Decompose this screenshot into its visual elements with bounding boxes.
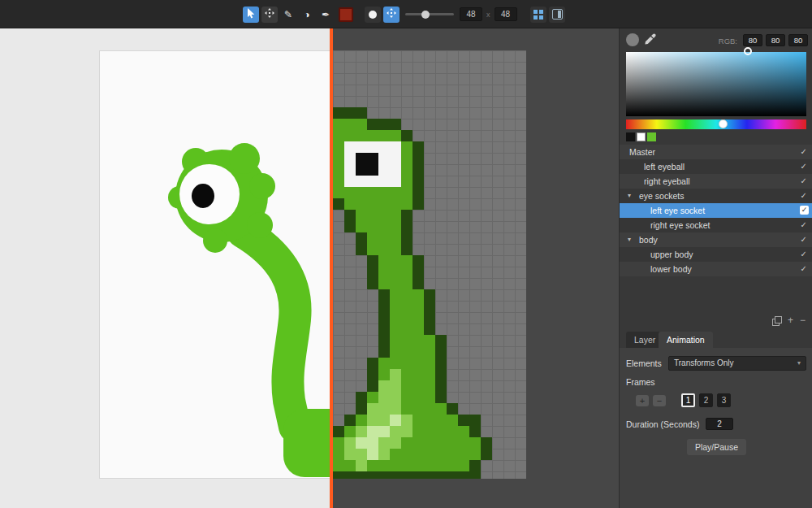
layer-visibility-checkbox[interactable]: ✓ [801,159,807,174]
duration-input[interactable] [706,418,733,430]
frame-button-1[interactable]: 1 [681,393,695,407]
elements-dropdown-value: Transforms Only [674,358,734,367]
panel-view-button[interactable] [549,7,565,23]
layer-row-lower-body[interactable]: lower body✓ [620,262,812,276]
remove-frame-button[interactable]: − [653,395,666,406]
eyedropper-button[interactable] [644,33,657,46]
toolbar: ✎ ◑ ✒ x [0,0,812,28]
creature-illustration [100,51,333,479]
hue-slider[interactable] [626,119,806,129]
add-frame-button[interactable]: + [636,395,649,406]
frame-button-3[interactable]: 3 [717,393,731,407]
layer-label: upper body [650,247,693,262]
layer-row-body[interactable]: ▾body✓ [620,232,812,247]
frame-buttons: 123 [681,393,731,407]
select-tool-button[interactable] [243,7,259,23]
fill-tool-button[interactable]: ◑ [299,7,315,23]
current-color-preview [626,33,639,46]
plus-icon: + [788,315,793,326]
pen-tool-button[interactable]: ✒ [317,7,334,23]
rgb-green-input[interactable] [766,34,785,46]
pencil-tool-button[interactable]: ✎ [280,7,296,23]
minus-icon: − [800,315,806,326]
cursor-icon [247,8,255,21]
palette-swatch-2[interactable] [647,132,656,141]
app-window: ✎ ◑ ✒ x [0,0,812,508]
current-color-swatch[interactable] [339,7,353,22]
play-pause-button[interactable]: Play/Pause [687,439,746,455]
layer-row-left-eyeball[interactable]: left eyeball✓ [620,159,812,174]
remove-layer-button[interactable]: − [800,315,806,326]
duplicate-icon [772,316,781,325]
frame-controls: + − 123 [636,393,731,407]
layer-label: right eye socket [650,218,710,232]
transform-mode-button[interactable] [383,7,400,23]
layer-row-right-eyeball[interactable]: right eyeball✓ [620,174,812,189]
elements-label: Elements [626,358,662,368]
hue-slider-handle[interactable] [719,119,728,128]
layer-actions: + − [772,315,806,326]
slider-track [405,13,454,15]
pencil-icon: ✎ [284,9,292,20]
layers-list: Master✓left eyeball✓right eyeball✓▾eye s… [620,145,812,276]
saturation-value-picker[interactable] [626,52,806,116]
layer-row-eye-sockets[interactable]: ▾eye sockets✓ [620,189,812,203]
canvas-original[interactable] [99,50,333,479]
canvas-width-input[interactable] [460,7,482,21]
right-panel: RGB: Master✓left eyeball✓right eyeball✓▾… [619,28,812,508]
layer-visibility-checkbox[interactable]: ✓ [801,232,807,247]
grid-icon [533,10,543,20]
circle-brush-icon [369,11,377,19]
canvas-area [0,28,619,508]
brush-size-slider[interactable] [405,7,454,23]
layer-label: body [639,232,658,247]
move-arrows-icon [265,8,274,20]
tool-group: ✎ ◑ ✒ [243,0,353,28]
duration-label: Duration (Seconds) [626,419,699,429]
elements-dropdown[interactable]: Transforms Only ▾ [668,356,806,371]
tab-animation[interactable]: Animation [659,332,713,348]
layer-visibility-checkbox[interactable]: ✓ [801,174,807,189]
add-layer-button[interactable]: + [788,315,793,326]
expand-arrows-icon [387,8,396,20]
layer-label: left eye socket [650,203,705,218]
layer-visibility-checkbox[interactable]: ✓ [801,247,807,262]
layer-visibility-checkbox[interactable]: ✓ [801,189,807,203]
animation-panel: Elements Transforms Only ▾ Frames + − 12… [620,348,812,508]
swatch-row [626,132,656,141]
layer-row-right-eye-socket[interactable]: right eye socket✓ [620,218,812,232]
palette-swatch-1[interactable] [637,132,646,141]
brush-shape-button[interactable] [365,7,381,23]
rgb-blue-input[interactable] [788,34,808,46]
view-toggle-group [530,0,565,28]
eyedropper-icon [645,35,656,47]
frames-label: Frames [626,377,655,387]
slider-thumb[interactable] [421,11,430,19]
grid-view-button[interactable] [530,7,546,23]
pen-icon: ✒ [322,9,330,20]
layer-label: Master [629,145,655,159]
comparison-divider[interactable] [330,28,333,508]
chevron-down-icon: ▾ [797,357,801,370]
disclosure-icon[interactable]: ▾ [628,189,631,203]
layer-visibility-checkbox[interactable]: ✓ [801,262,807,276]
saturation-picker-handle[interactable] [744,47,752,55]
layer-row-upper-body[interactable]: upper body✓ [620,247,812,262]
duplicate-layer-button[interactable] [772,315,781,326]
layer-label: lower body [650,262,692,276]
size-separator: x [485,11,492,19]
layer-row-Master[interactable]: Master✓ [620,145,812,159]
rgb-red-input[interactable] [743,34,762,46]
disclosure-icon[interactable]: ▾ [628,232,631,247]
split-panel-icon [552,9,563,20]
canvas-height-input[interactable] [495,7,517,21]
layer-visibility-checkbox[interactable]: ✓ [801,218,807,232]
palette-swatch-0[interactable] [626,132,635,141]
layer-row-left-eye-socket[interactable]: left eye socket✓ [620,203,812,218]
layer-visibility-checkbox[interactable]: ✓ [800,206,809,215]
move-tool-button[interactable] [261,7,278,23]
canvas-pixel[interactable] [333,50,526,479]
frame-button-2[interactable]: 2 [699,393,713,407]
layer-label: eye sockets [639,189,684,203]
layer-visibility-checkbox[interactable]: ✓ [801,145,807,159]
